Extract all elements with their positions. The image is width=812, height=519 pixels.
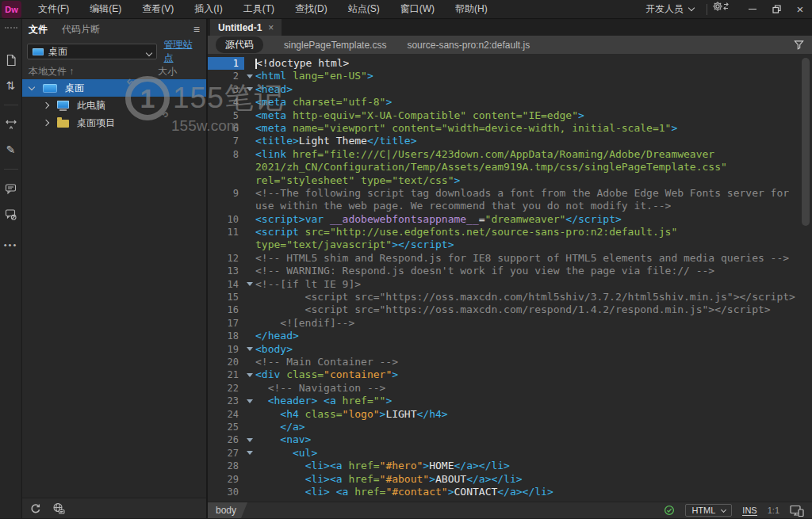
code-row[interactable]: 13<!-- WARNING: Respond.js doesn't work … [208,265,812,277]
code-line[interactable]: </head> [255,330,299,342]
code-line[interactable]: <meta name="viewport" content="width=dev… [255,122,677,135]
code-line[interactable]: type="text/javascript"></script> [255,239,454,251]
code-line[interactable]: <nav> [255,433,311,446]
code-row[interactable]: rel="stylesheet" type="text/css"> [208,174,812,187]
line-number[interactable]: 25 [208,421,244,433]
edit-code-icon[interactable]: ✎ [2,140,20,159]
code-line[interactable]: <script src="https://oss.maxcdn.com/html… [255,291,795,303]
code-line[interactable]: <script>var __adobewebfontsappname__="dr… [255,213,622,226]
code-row[interactable]: 10<script>var __adobewebfontsappname__="… [208,213,812,226]
panel-menu-icon[interactable]: ≡ [193,23,200,36]
line-number[interactable]: 28 [208,460,244,472]
fold-arrow-icon[interactable] [244,70,255,82]
device-preview-icon[interactable] [790,505,804,517]
line-number[interactable]: 18 [208,330,244,342]
fold-arrow-icon[interactable] [244,433,255,446]
line-number[interactable]: 24 [208,408,244,421]
live-inspect-icon[interactable] [2,115,20,134]
code-row[interactable]: 24 <h4 class="logo">LIGHT</h4> [208,408,812,421]
code-row[interactable]: 26 <nav> [208,433,812,446]
line-number[interactable]: 9 [208,187,244,200]
fold-arrow-icon[interactable] [244,447,255,460]
line-number[interactable] [208,161,244,174]
related-file-0[interactable]: 源代码 [216,36,263,53]
line-number[interactable]: 7 [208,135,244,147]
new-file-icon[interactable] [2,51,20,70]
tree-item-computer[interactable]: 此电脑 [22,97,206,114]
code-line[interactable]: rel="stylesheet" type="text/css"> [255,174,460,187]
doctype-dropdown[interactable]: HTML [685,504,732,517]
code-line[interactable]: 2021/zh_CN/Configuration/Temp/Assets/eam… [255,161,727,174]
line-number[interactable]: 10 [208,213,244,226]
close-button[interactable]: × [788,0,812,18]
code-row[interactable]: 6<meta name="viewport" content="width=de… [208,122,812,135]
fold-arrow-icon[interactable] [244,343,255,356]
line-number[interactable]: 22 [208,382,244,395]
tree-item-folder[interactable]: 桌面项目 [22,114,206,132]
code-view[interactable]: 1<!doctype html>2<html lang="en-US">3<he… [208,54,812,502]
code-line[interactable]: <body> [255,343,293,356]
code-row[interactable]: 4<meta charset="utf-8"> [208,96,812,109]
tag-selector-body[interactable]: body [208,502,247,518]
code-line[interactable]: </a> [255,421,305,433]
line-number[interactable]: 16 [208,303,244,316]
related-file-1[interactable]: singlePageTemplate.css [284,40,386,51]
code-row[interactable]: 27 <ul> [208,447,812,460]
code-row[interactable]: 3<head> [208,83,812,96]
menu-item-file[interactable]: 文件(F) [28,0,79,18]
code-line[interactable]: <ul> [255,447,317,460]
code-line[interactable]: <h4 class="logo">LIGHT</h4> [255,408,448,421]
code-row[interactable]: 30 <li> <a href="#contact">CONTACT</a></… [208,486,812,498]
filter-icon[interactable] [794,40,804,50]
menu-item-find[interactable]: 查找(D) [285,0,338,18]
code-row[interactable]: 29 <li><a href="#about">ABOUT</a></li> [208,473,812,486]
line-number[interactable]: 23 [208,395,244,407]
workspace-switcher[interactable]: 开发人员 [638,2,702,16]
code-line[interactable]: <li><a href="#hero">HOME</a></li> [255,460,510,472]
code-line[interactable]: <![endif]--> [255,317,354,330]
line-number[interactable]: 5 [208,109,244,122]
code-row[interactable]: 7<title>Light Theme</title> [208,135,812,147]
minimize-button[interactable] [741,0,764,18]
menu-item-window[interactable]: 窗口(W) [390,0,445,18]
code-row[interactable]: type="text/javascript"></script> [208,239,812,251]
comments-icon[interactable] [2,179,20,198]
code-row[interactable]: 15 <script src="https://oss.maxcdn.com/h… [208,291,812,303]
column-local-files[interactable]: 本地文件 [29,65,67,78]
menu-item-help[interactable]: 帮助(H) [445,0,498,18]
code-line[interactable]: <header> <a href=""> [255,395,392,407]
grip-icon[interactable] [2,25,20,44]
line-number[interactable] [208,239,244,251]
menu-item-tools[interactable]: 工具(T) [233,0,285,18]
line-number[interactable]: 21 [208,368,244,381]
line-number[interactable]: 19 [208,343,244,356]
fold-arrow-icon[interactable] [244,278,255,291]
close-icon[interactable]: × [268,22,274,33]
code-line[interactable]: <meta charset="utf-8"> [255,96,392,109]
code-line[interactable]: <!-- Main Container --> [255,356,398,368]
line-number[interactable]: 30 [208,486,244,498]
code-row[interactable]: 18</head> [208,330,812,342]
chevron-right-icon[interactable] [41,120,51,125]
code-line[interactable]: <meta http-equiv="X-UA-Compatible" conte… [255,109,584,122]
restore-button[interactable] [764,0,788,18]
code-row[interactable]: 21<div class="container"> [208,368,812,381]
line-number[interactable]: 3 [208,83,244,96]
code-row[interactable]: 16 <script src="https://oss.maxcdn.com/r… [208,303,812,316]
column-size[interactable]: 大小 [158,65,177,78]
line-number[interactable] [208,174,244,187]
code-line[interactable]: <li> <a href="#contact">CONTACT</a></li> [255,486,553,498]
code-row[interactable]: 23 <header> <a href=""> [208,395,812,407]
code-line[interactable]: <head> [255,83,293,96]
code-row[interactable]: use within the web page. We recommend th… [208,200,812,212]
line-number[interactable]: 26 [208,433,244,446]
code-line[interactable]: <!--[if lt IE 9]> [255,278,361,291]
files-tab-snippets[interactable]: 代码片断 [62,23,100,36]
menu-item-view[interactable]: 查看(V) [132,0,184,18]
code-row[interactable]: 20<!-- Main Container --> [208,356,812,368]
line-number[interactable]: 11 [208,226,244,239]
line-number[interactable]: 1 [208,57,244,70]
code-line[interactable]: <link href="file:///C|/Users/423down.com… [255,148,714,161]
code-line[interactable]: <script src="https://oss.maxcdn.com/resp… [255,303,771,316]
line-number[interactable]: 17 [208,317,244,330]
